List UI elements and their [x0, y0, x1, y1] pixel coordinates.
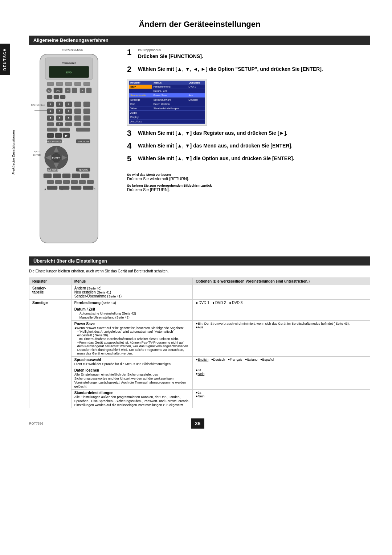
cell-options-daten: ●Ja ●Nein [193, 367, 370, 390]
th-options: Optionen (Die werksseitigen Voreinstellu… [193, 278, 370, 285]
svg-text:ENTER: ENTER [33, 154, 41, 156]
section2-intro: Die Einstellungen bleiben erhalten, auch… [29, 269, 370, 273]
svg-text:Panasonic: Panasonic [62, 61, 77, 65]
step-number-1: 1 [127, 48, 134, 56]
cell-options-standard: ●Ja ●Nein [193, 390, 370, 408]
menu-row-audio: Audio [129, 111, 205, 115]
step-5: 5 Wählen Sie mit [▲, ▼] die Option aus, … [127, 155, 370, 165]
note-1-label: So wird das Menü verlassen [127, 173, 171, 177]
cell-menus-datum: Datum / Zeit Automatische Uhreinstellung… [71, 306, 192, 321]
svg-text:+: + [67, 89, 69, 92]
remote-area: < OPEN/CLOSE Panasonic DVD [29, 48, 116, 249]
table-header-row: Register Menüs Optionen (Die werksseitig… [29, 278, 370, 285]
page-number: 36 [191, 418, 204, 429]
svg-rect-96 [83, 186, 93, 190]
svg-text:3,4,2,1: 3,4,2,1 [34, 150, 41, 153]
menu-cell-datum: Datum / Zeit [152, 89, 187, 93]
svg-rect-53 [74, 122, 81, 126]
svg-text:A: A [44, 188, 46, 191]
menu-cell-empty1 [129, 89, 152, 93]
cell-options-fern: ●DVD 1 ●DVD 2 ●DVD 3 [193, 300, 370, 306]
step-3: 3 Wählen Sie mit [▲, ▼] das Register aus… [127, 129, 370, 139]
menu-cell-aus: Aus [187, 93, 205, 98]
menu-cell-disc: Disc [129, 102, 152, 106]
step-1-content: Im Stoppmodus Drücken Sie [FUNCTIONS]. [138, 48, 203, 62]
table-row-daten: Daten löschen Alle Einstellungen einschl… [29, 367, 370, 390]
setup-menu-table: Register Menüs Optionen SE|P Fernbedienu… [129, 81, 205, 124]
svg-rect-40 [83, 109, 90, 114]
cell-options-sprach: ●English ●Deutsch ●Français ●Italiano ●E… [193, 357, 370, 367]
cell-options-sender [193, 285, 370, 300]
menu-cell-anschluss: Anschluss [129, 119, 152, 124]
menu-cell-setup: SE|P [129, 85, 152, 89]
svg-text:Zifferntasten: Zifferntasten [31, 104, 45, 106]
svg-text:DVD: DVD [66, 71, 72, 74]
menu-row-datum: Datum / Zeit [129, 89, 205, 93]
svg-text:DIRECT/NAVG/SCI: DIRECT/NAVG/SCI [45, 141, 64, 143]
svg-rect-49 [47, 122, 54, 126]
note-2: So kehren Sie zum vorhergehenden Bildsch… [127, 183, 370, 192]
step-number-5: 5 [127, 155, 134, 163]
cell-register-sonstige: Sonstige [29, 300, 72, 408]
cell-menus-fern: Fernbedienung (Seite 13) [71, 300, 192, 306]
svg-text:RETURN: RETURN [79, 169, 88, 171]
step-1: 1 Im Stoppmodus Drücken Sie [FUNCTIONS]. [127, 48, 370, 62]
section2-header: Übersicht über die Einstellungen [29, 256, 370, 266]
menu-cell-sendertabelle: Sendertabelle [129, 93, 152, 98]
th-register: Register [29, 278, 72, 285]
menu-cell-empty6 [187, 111, 205, 115]
step-number-4: 4 [127, 142, 134, 150]
svg-rect-24 [60, 95, 65, 99]
table-row-sonstige-fern: Sonstige Fernbedienung (Seite 13) ●DVD 1… [29, 300, 370, 306]
step-number-2: 2 [127, 65, 134, 73]
svg-text:DVD: DVD [56, 90, 61, 92]
svg-rect-54 [83, 122, 90, 126]
menu-cell-powersave: Power Save [152, 93, 187, 98]
step-2: 2 Wählen Sie mit [▲, ▼, ◄, ►] die Option… [127, 65, 370, 75]
svg-text:8: 8 [59, 117, 61, 120]
svg-rect-32 [83, 102, 90, 107]
step-4-text: Wählen Sie mit [▲, ▼] das Menü aus, und … [138, 142, 293, 150]
menu-row-sonstige: Sonstige Sprachauswahl Deutsch [129, 98, 205, 102]
menu-row-anschluss: Anschluss [129, 119, 205, 124]
svg-rect-82 [72, 174, 80, 178]
cell-options-datum [193, 306, 370, 321]
main-title: Ändern der Geräteeinstellungen [29, 15, 370, 36]
menu-row-setup: SE|P Fernbedienung DVD 1 [129, 85, 205, 89]
cell-menus-daten: Daten löschen Alle Einstellungen einschl… [71, 367, 192, 390]
table-row-sendertabelle: Sender-tabelle Ändern (Seite 40) Neu ers… [29, 285, 370, 300]
step-3-text: Wählen Sie mit [▲, ▼] das Register aus, … [138, 129, 287, 137]
menu-cell-empty5 [152, 111, 187, 115]
svg-rect-93 [47, 186, 57, 190]
svg-text:0: 0 [59, 123, 61, 126]
section1-header: Allgemeine Bedienungsverfahren [29, 36, 370, 45]
svg-rect-31 [74, 102, 81, 107]
svg-text:+: + [82, 89, 83, 92]
svg-rect-7 [65, 82, 72, 86]
menu-row-video: Video Standardeinstellungen [129, 106, 205, 111]
svg-text:7: 7 [50, 117, 52, 120]
menu-row-display: Display [129, 115, 205, 119]
svg-rect-83 [81, 174, 89, 178]
col-menus: Menüs [152, 81, 187, 85]
menu-cell-deutsch: Deutsch [187, 98, 205, 102]
settings-table: Register Menüs Optionen (Die werksseitig… [29, 278, 370, 408]
menu-cell-empty7 [152, 115, 187, 119]
th-menus: Menüs [71, 278, 192, 285]
svg-text:6: 6 [68, 110, 70, 113]
svg-rect-81 [62, 174, 70, 178]
menu-cell-video: Video [129, 106, 152, 111]
svg-text:▶: ▶ [65, 134, 68, 137]
svg-text:1: 1 [50, 103, 52, 106]
cell-menus-sprach: Sprachauswahl Dient zur Wahl der Sprache… [71, 357, 192, 367]
svg-rect-57 [76, 128, 90, 131]
menu-cell-audio: Audio [129, 111, 152, 115]
remote-svg: Panasonic DVD TV DVD + - [29, 52, 113, 248]
step-1-prelabel: Im Stoppmodus [138, 48, 203, 52]
step-2-text: Wählen Sie mit [▲, ▼, ◄, ►] die Option "… [138, 65, 323, 73]
svg-rect-80 [53, 174, 61, 178]
menu-cell-sprachauswahl: Sprachauswahl [152, 98, 187, 102]
svg-rect-22 [47, 95, 52, 99]
svg-text:2: 2 [59, 103, 61, 106]
menu-cell-sonstige: Sonstige [129, 98, 152, 102]
